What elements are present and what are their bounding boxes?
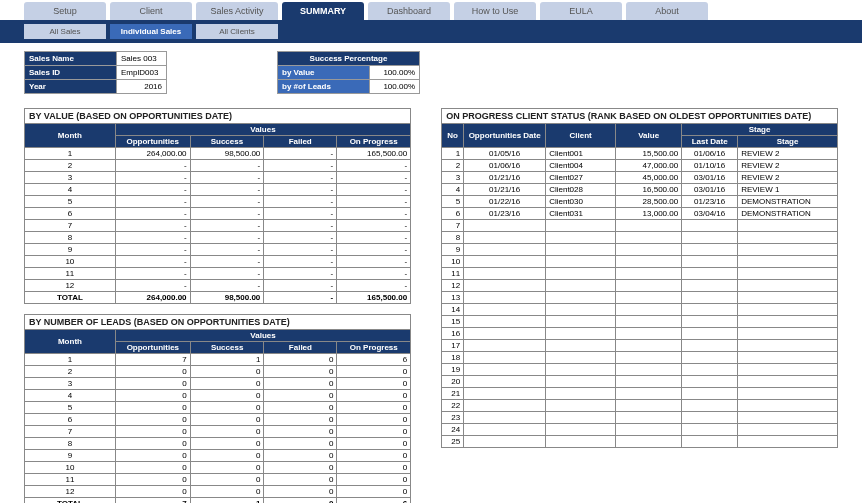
success-pct: Success Percentage by Value100.00% by #o… [277,51,420,94]
table-row: 23 [442,412,838,424]
tab-eula[interactable]: EULA [540,2,622,20]
table-total-row: TOTAL7106 [25,498,411,504]
by-leads-pct: 100.00% [370,80,420,94]
table-row: 11 [442,268,838,280]
tab-dashboard[interactable]: Dashboard [368,2,450,20]
table-row: 14 [442,304,838,316]
table-row: 4---- [25,184,411,196]
table-row: 11---- [25,268,411,280]
by-leads-label: by #of Leads [278,80,370,94]
subtab-all-clients[interactable]: All Clients [196,24,278,39]
subtab-individual-sales[interactable]: Individual Sales [110,24,192,39]
by-leads-title: BY NUMBER OF LEADS (BASED ON OPPORTUNITI… [24,314,411,329]
tab-client[interactable]: Client [110,2,192,20]
table-row: 601/23/16Client03113,000.0003/04/16DEMON… [442,208,838,220]
by-value-table: MonthValuesOpportunitiesSuccessFailedOn … [24,123,411,304]
subtab-all-sales[interactable]: All Sales [24,24,106,39]
progress-title: ON PROGRESS CLIENT STATUS (RANK BASED ON… [441,108,838,123]
table-row: 7---- [25,220,411,232]
table-row: 120000 [25,486,411,498]
table-row: 90000 [25,450,411,462]
sales-id-label: Sales ID [25,66,117,80]
tab-about[interactable]: About [626,2,708,20]
table-row: 101/05/16Client00115,500.0001/06/16REVIE… [442,148,838,160]
table-row: 17106 [25,354,411,366]
table-row: 12 [442,280,838,292]
table-row: 70000 [25,426,411,438]
tab-how-to-use[interactable]: How to Use [454,2,536,20]
table-row: 7 [442,220,838,232]
table-row: 10---- [25,256,411,268]
table-row: 40000 [25,390,411,402]
sales-id-value: EmplD003 [117,66,167,80]
table-row: 50000 [25,402,411,414]
table-row: 8 [442,232,838,244]
table-row: 100000 [25,462,411,474]
table-row: 501/22/16Client03028,500.0001/23/16DEMON… [442,196,838,208]
table-row: 401/21/16Client02816,500.0003/01/16REVIE… [442,184,838,196]
table-row: 80000 [25,438,411,450]
table-row: 110000 [25,474,411,486]
sales-info: Sales NameSales 003 Sales IDEmplD003 Yea… [24,51,167,94]
sales-name-value: Sales 003 [117,52,167,66]
table-row: 3---- [25,172,411,184]
tab-summary[interactable]: SUMMARY [282,2,364,20]
table-row: 21 [442,388,838,400]
table-row: 6---- [25,208,411,220]
table-row: 16 [442,328,838,340]
table-row: 60000 [25,414,411,426]
table-row: 18 [442,352,838,364]
table-row: 12---- [25,280,411,292]
succ-pct-label: Success Percentage [278,52,420,66]
table-row: 201/06/16Client00447,000.0001/10/16REVIE… [442,160,838,172]
table-row: 19 [442,364,838,376]
by-leads-table: MonthValuesOpportunitiesSuccessFailedOn … [24,329,411,503]
table-row: 13 [442,292,838,304]
progress-table: NoOpportunities DateClientValueStageLast… [441,123,838,448]
table-row: 9---- [25,244,411,256]
sales-name-label: Sales Name [25,52,117,66]
table-row: 24 [442,424,838,436]
table-row: 10 [442,256,838,268]
by-value-label: by Value [278,66,370,80]
table-row: 1264,000.0098,500.00-165,500.00 [25,148,411,160]
by-value-pct: 100.00% [370,66,420,80]
table-row: 17 [442,340,838,352]
table-row: 5---- [25,196,411,208]
year-label: Year [25,80,117,94]
table-row: 20000 [25,366,411,378]
tab-sales-activity[interactable]: Sales Activity [196,2,278,20]
table-row: 8---- [25,232,411,244]
year-value: 2016 [117,80,167,94]
table-row: 20 [442,376,838,388]
table-row: 22 [442,400,838,412]
table-row: 15 [442,316,838,328]
table-row: 25 [442,436,838,448]
table-row: 301/21/16Client02745,000.0003/01/16REVIE… [442,172,838,184]
table-row: 2---- [25,160,411,172]
table-row: 30000 [25,378,411,390]
table-total-row: TOTAL264,000.0098,500.00-165,500.00 [25,292,411,304]
tab-setup[interactable]: Setup [24,2,106,20]
table-row: 9 [442,244,838,256]
by-value-title: BY VALUE (BASED ON OPPORTUNITIES DATE) [24,108,411,123]
